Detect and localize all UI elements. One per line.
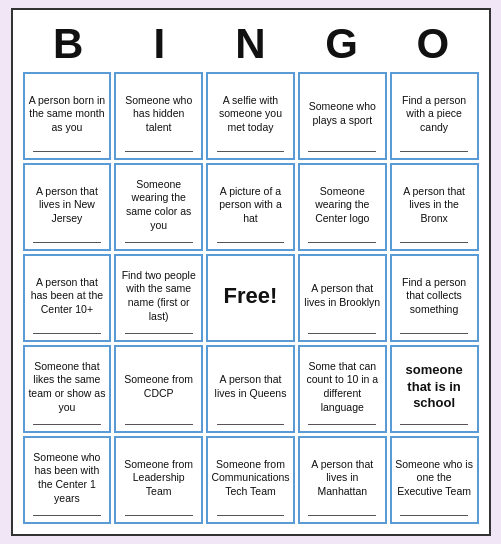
bingo-letter-n: N bbox=[206, 20, 294, 68]
cell-line-10 bbox=[33, 333, 101, 334]
cell-line-4 bbox=[400, 151, 468, 152]
bingo-letter-b: B bbox=[24, 20, 112, 68]
cell-text-14: Find a person that collects something bbox=[395, 276, 474, 317]
cell-text-8: Someone wearing the Center logo bbox=[303, 185, 382, 226]
cell-text-20: Someone who has been with the Center 1 y… bbox=[28, 451, 107, 506]
cell-line-3 bbox=[308, 151, 376, 152]
cell-line-9 bbox=[400, 242, 468, 243]
bingo-cell-12: Free! bbox=[206, 254, 295, 342]
cell-line-15 bbox=[33, 424, 101, 425]
cell-line-17 bbox=[217, 424, 285, 425]
cell-text-12: Free! bbox=[224, 282, 278, 311]
cell-text-2: A selfie with someone you met today bbox=[211, 94, 290, 135]
cell-text-6: Someone wearing the same color as you bbox=[119, 178, 198, 233]
bingo-cell-2: A selfie with someone you met today bbox=[206, 72, 295, 160]
cell-line-21 bbox=[125, 515, 193, 516]
cell-text-22: Someone from Communications Tech Team bbox=[211, 458, 290, 499]
cell-line-1 bbox=[125, 151, 193, 152]
bingo-cell-22: Someone from Communications Tech Team bbox=[206, 436, 295, 524]
bingo-letter-o: O bbox=[389, 20, 477, 68]
bingo-cell-6: Someone wearing the same color as you bbox=[114, 163, 203, 251]
bingo-cell-10: A person that has been at the Center 10+ bbox=[23, 254, 112, 342]
bingo-cell-14: Find a person that collects something bbox=[390, 254, 479, 342]
bingo-cell-18: Some that can count to 10 in a different… bbox=[298, 345, 387, 433]
cell-text-5: A person that lives in New Jersey bbox=[28, 185, 107, 226]
bingo-cell-24: Someone who is one the Executive Team bbox=[390, 436, 479, 524]
bingo-grid: A person born in the same month as youSo… bbox=[23, 72, 479, 524]
cell-line-18 bbox=[308, 424, 376, 425]
bingo-cell-23: A person that lives in Manhattan bbox=[298, 436, 387, 524]
bingo-cell-9: A person that lives in the Bronx bbox=[390, 163, 479, 251]
bingo-letter-g: G bbox=[298, 20, 386, 68]
bingo-cell-11: Find two people with the same name (firs… bbox=[114, 254, 203, 342]
cell-line-8 bbox=[308, 242, 376, 243]
bingo-cell-4: Find a person with a piece candy bbox=[390, 72, 479, 160]
cell-line-13 bbox=[308, 333, 376, 334]
bingo-cell-5: A person that lives in New Jersey bbox=[23, 163, 112, 251]
cell-text-19: someone that is in school bbox=[395, 362, 474, 413]
cell-line-2 bbox=[217, 151, 285, 152]
bingo-cell-15: Someone that likes the same team or show… bbox=[23, 345, 112, 433]
cell-line-16 bbox=[125, 424, 193, 425]
cell-line-7 bbox=[217, 242, 285, 243]
bingo-cell-13: A person that lives in Brooklyn bbox=[298, 254, 387, 342]
bingo-cell-1: Someone who has hidden talent bbox=[114, 72, 203, 160]
cell-text-1: Someone who has hidden talent bbox=[119, 94, 198, 135]
bingo-cell-21: Someone from Leadership Team bbox=[114, 436, 203, 524]
bingo-cell-17: A person that lives in Queens bbox=[206, 345, 295, 433]
cell-text-21: Someone from Leadership Team bbox=[119, 458, 198, 499]
bingo-cell-20: Someone who has been with the Center 1 y… bbox=[23, 436, 112, 524]
cell-text-18: Some that can count to 10 in a different… bbox=[303, 360, 382, 415]
cell-line-0 bbox=[33, 151, 101, 152]
cell-line-22 bbox=[217, 515, 285, 516]
cell-line-20 bbox=[33, 515, 101, 516]
bingo-header: BINGO bbox=[23, 20, 479, 68]
cell-text-4: Find a person with a piece candy bbox=[395, 94, 474, 135]
cell-text-13: A person that lives in Brooklyn bbox=[303, 282, 382, 309]
cell-line-6 bbox=[125, 242, 193, 243]
bingo-cell-3: Someone who plays a sport bbox=[298, 72, 387, 160]
cell-text-3: Someone who plays a sport bbox=[303, 100, 382, 127]
cell-text-11: Find two people with the same name (firs… bbox=[119, 269, 198, 324]
bingo-cell-19: someone that is in school bbox=[390, 345, 479, 433]
cell-text-9: A person that lives in the Bronx bbox=[395, 185, 474, 226]
cell-text-7: A picture of a person with a hat bbox=[211, 185, 290, 226]
cell-text-16: Someone from CDCP bbox=[119, 373, 198, 400]
cell-line-19 bbox=[400, 424, 468, 425]
cell-line-5 bbox=[33, 242, 101, 243]
cell-text-15: Someone that likes the same team or show… bbox=[28, 360, 107, 415]
bingo-card: BINGO A person born in the same month as… bbox=[11, 8, 491, 536]
cell-text-17: A person that lives in Queens bbox=[211, 373, 290, 400]
cell-text-0: A person born in the same month as you bbox=[28, 94, 107, 135]
cell-line-23 bbox=[308, 515, 376, 516]
cell-line-14 bbox=[400, 333, 468, 334]
cell-text-24: Someone who is one the Executive Team bbox=[395, 458, 474, 499]
cell-text-23: A person that lives in Manhattan bbox=[303, 458, 382, 499]
bingo-letter-i: I bbox=[115, 20, 203, 68]
bingo-cell-8: Someone wearing the Center logo bbox=[298, 163, 387, 251]
bingo-cell-16: Someone from CDCP bbox=[114, 345, 203, 433]
cell-line-24 bbox=[400, 515, 468, 516]
cell-line-11 bbox=[125, 333, 193, 334]
cell-text-10: A person that has been at the Center 10+ bbox=[28, 276, 107, 317]
bingo-cell-7: A picture of a person with a hat bbox=[206, 163, 295, 251]
bingo-cell-0: A person born in the same month as you bbox=[23, 72, 112, 160]
